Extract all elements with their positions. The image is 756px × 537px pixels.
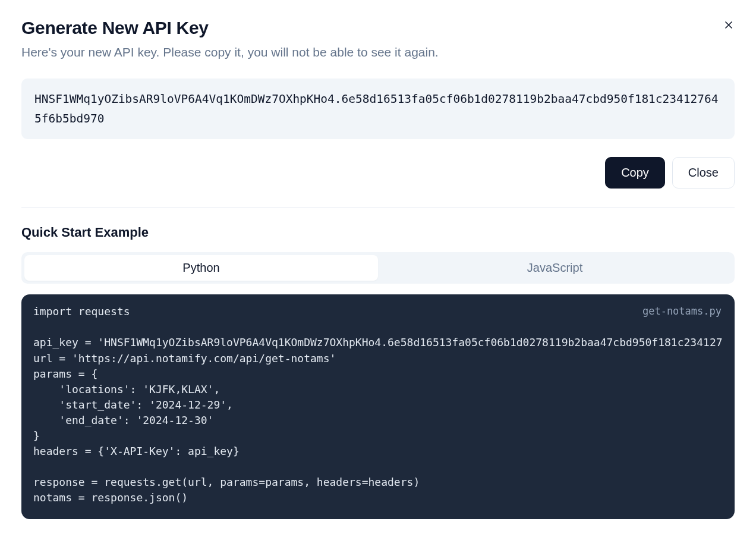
api-key-display: HNSF1WMq1yOZibsAR9loVP6A4Vq1KOmDWz7OXhpK…	[21, 78, 735, 139]
divider	[21, 208, 735, 208]
tab-python[interactable]: Python	[24, 255, 378, 281]
button-row: Copy Close	[21, 157, 735, 189]
code-filename: get-notams.py	[642, 305, 722, 317]
quick-start-title: Quick Start Example	[21, 225, 735, 240]
copy-button[interactable]: Copy	[605, 157, 665, 189]
tab-javascript[interactable]: JavaScript	[378, 255, 732, 281]
close-button[interactable]: Close	[672, 157, 735, 189]
modal-title: Generate New API Key	[21, 18, 735, 38]
code-content: import requests api_key = 'HNSF1WMq1yOZi…	[33, 304, 723, 505]
close-icon[interactable]	[720, 17, 737, 33]
modal-subtitle: Here's your new API key. Please copy it,…	[21, 45, 735, 59]
code-block: get-notams.py import requests api_key = …	[21, 294, 735, 519]
language-tabs: Python JavaScript	[21, 252, 735, 284]
api-key-modal: Generate New API Key Here's your new API…	[0, 0, 756, 537]
